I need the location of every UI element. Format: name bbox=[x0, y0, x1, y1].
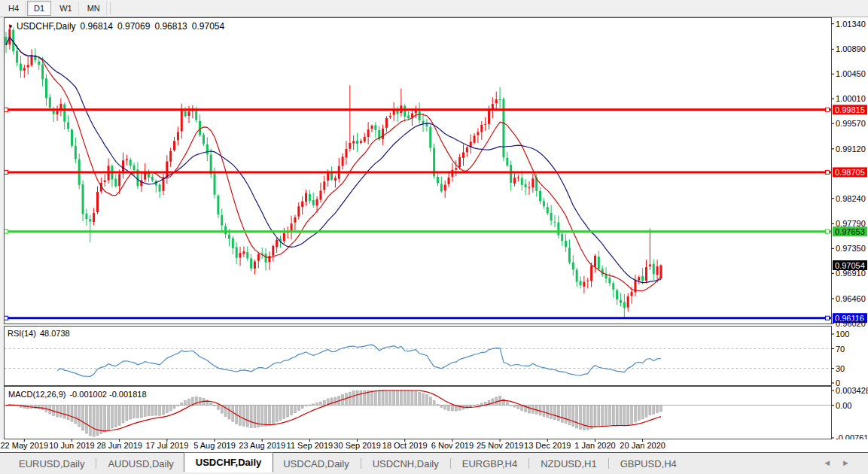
quote-open: 0.96814 bbox=[81, 21, 113, 32]
timeframe-button-mn[interactable]: MN bbox=[81, 1, 107, 16]
chart-tab-bar: EURUSD,DailyAUDUSD,DailyUSDCHF,DailyUSDC… bbox=[0, 452, 868, 474]
tab-separator bbox=[528, 458, 529, 469]
svg-text:70: 70 bbox=[836, 345, 845, 354]
svg-text:0.96460: 0.96460 bbox=[836, 294, 866, 303]
svg-text:20 Jan 2020: 20 Jan 2020 bbox=[620, 441, 665, 450]
timeframe-button-h4[interactable]: H4 bbox=[2, 1, 26, 16]
svg-text:22 May 2019: 22 May 2019 bbox=[0, 441, 48, 450]
svg-text:0.99570: 0.99570 bbox=[836, 119, 866, 128]
tab-eurgbp-h4[interactable]: EURGBP,H4 bbox=[452, 455, 527, 472]
toolbar-separator bbox=[110, 2, 111, 14]
macd-name: MACD(12,26,9) bbox=[8, 390, 65, 399]
tab-usdcnh-daily[interactable]: USDCNH,Daily bbox=[363, 455, 449, 472]
tab-separator bbox=[96, 458, 96, 469]
svg-text:13 Dec 2019: 13 Dec 2019 bbox=[524, 441, 571, 450]
chevron-down-icon[interactable]: ▼ bbox=[8, 23, 14, 30]
svg-text:0.97350: 0.97350 bbox=[836, 244, 866, 253]
timeframe-toolbar: H4D1W1MN bbox=[0, 0, 868, 17]
tab-separator bbox=[608, 458, 609, 469]
tab-scroll-arrows[interactable]: ◄► bbox=[823, 458, 860, 467]
svg-text:25 Nov 2019: 25 Nov 2019 bbox=[477, 441, 523, 450]
svg-text:0.99120: 0.99120 bbox=[836, 144, 866, 153]
date-axis[interactable]: 22 May 201910 Jun 201928 Jun 201917 Jul … bbox=[0, 439, 868, 451]
macd-values: -0.001002 -0.001818 bbox=[69, 390, 146, 399]
tab-gbpusd-h4[interactable]: GBPUSD,H4 bbox=[611, 455, 687, 472]
svg-text:0.96020: 0.96020 bbox=[836, 319, 866, 328]
tab-usdchf-daily[interactable]: USDCHF,Daily bbox=[184, 452, 273, 472]
terminal-window: H4D1W1MN 0.998150.987050.976530.961161.0… bbox=[0, 0, 868, 474]
svg-text:0.98240: 0.98240 bbox=[836, 194, 866, 203]
svg-text:30: 30 bbox=[836, 364, 845, 373]
macd-axis[interactable]: 0.0034280.00-0.007615 bbox=[832, 386, 868, 442]
svg-text:0.99815: 0.99815 bbox=[835, 105, 865, 114]
tab-audusd-daily[interactable]: AUDUSD,Daily bbox=[98, 455, 183, 472]
rsi-name: RSI(14) bbox=[8, 329, 36, 338]
svg-text:1 Jan 2020: 1 Jan 2020 bbox=[574, 441, 615, 450]
svg-text:11 Sep 2019: 11 Sep 2019 bbox=[287, 441, 333, 450]
tab-nzdusd-h1[interactable]: NZDUSD,H1 bbox=[531, 455, 606, 472]
chart-header: ▼USDCHF,Daily0.968140.970690.968130.9705… bbox=[8, 21, 229, 32]
svg-text:17 Jul 2019: 17 Jul 2019 bbox=[145, 441, 188, 450]
tab-separator bbox=[361, 458, 361, 469]
svg-text:0.98705: 0.98705 bbox=[835, 168, 865, 177]
timeframe-button-d1[interactable]: D1 bbox=[27, 1, 51, 16]
svg-text:1.00890: 1.00890 bbox=[836, 44, 866, 53]
symbol-title: USDCHF,Daily bbox=[17, 21, 76, 32]
chart-canvas[interactable]: 0.998150.987050.976530.961161.013401.008… bbox=[0, 0, 868, 474]
quote-close: 0.97054 bbox=[192, 21, 224, 32]
svg-text:10 Jun 2019: 10 Jun 2019 bbox=[49, 441, 95, 450]
svg-text:1.00010: 1.00010 bbox=[836, 94, 866, 103]
macd-indicator-label: MACD(12,26,9)-0.001002 -0.001818 bbox=[8, 390, 151, 399]
svg-text:18 Oct 2019: 18 Oct 2019 bbox=[382, 441, 428, 450]
timeframe-button-w1[interactable]: W1 bbox=[53, 1, 79, 16]
svg-text:0.00: 0.00 bbox=[836, 401, 851, 410]
quote-high: 0.97069 bbox=[117, 21, 150, 32]
svg-text:0.97790: 0.97790 bbox=[836, 219, 866, 228]
rsi-value: 48.0738 bbox=[40, 329, 70, 338]
tab-usdcad-daily[interactable]: USDCAD,Daily bbox=[273, 455, 358, 472]
svg-text:28 Jun 2019: 28 Jun 2019 bbox=[96, 441, 142, 450]
tab-scroll-left-icon[interactable]: ◄ bbox=[823, 458, 842, 467]
quote-low: 0.96813 bbox=[154, 21, 187, 32]
tab-scroll-right-icon[interactable]: ► bbox=[842, 458, 860, 467]
svg-text:0.97653: 0.97653 bbox=[835, 227, 865, 236]
svg-text:0.96910: 0.96910 bbox=[836, 269, 866, 278]
svg-text:0.003428: 0.003428 bbox=[836, 386, 868, 395]
svg-text:1.01340: 1.01340 bbox=[836, 20, 866, 29]
svg-text:30 Sep 2019: 30 Sep 2019 bbox=[333, 441, 380, 450]
svg-text:0.97054: 0.97054 bbox=[835, 261, 865, 270]
svg-text:100: 100 bbox=[836, 330, 849, 339]
tab-separator bbox=[450, 458, 451, 469]
svg-text:5 Aug 2019: 5 Aug 2019 bbox=[193, 441, 236, 450]
svg-text:1.00450: 1.00450 bbox=[836, 69, 866, 78]
tab-eurusd-daily[interactable]: EURUSD,Daily bbox=[9, 455, 94, 472]
svg-text:23 Aug 2019: 23 Aug 2019 bbox=[239, 441, 285, 450]
rsi-axis[interactable]: 10070300 bbox=[832, 330, 850, 387]
rsi-indicator-label: RSI(14)48.0738 bbox=[8, 329, 74, 338]
current-price-badge: 0.97054 bbox=[833, 260, 867, 270]
svg-text:6 Nov 2019: 6 Nov 2019 bbox=[431, 441, 474, 450]
